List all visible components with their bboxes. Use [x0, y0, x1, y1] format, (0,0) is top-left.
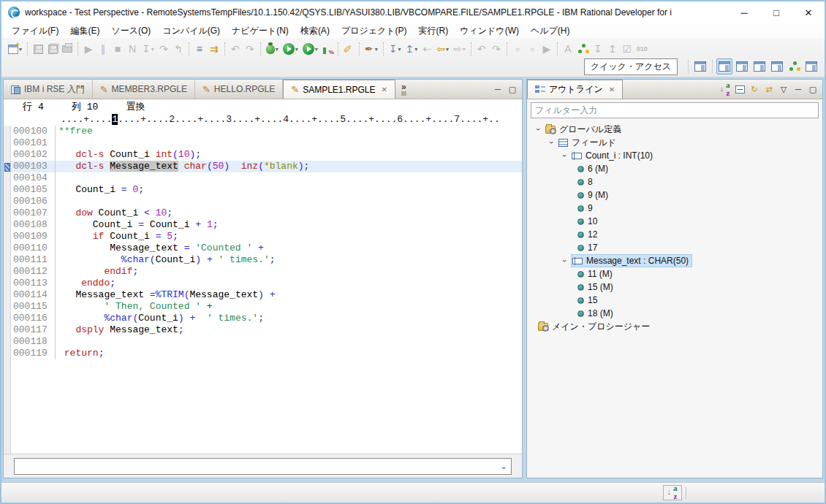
outline-node[interactable]: ›8: [527, 175, 822, 188]
highlight-button[interactable]: [341, 41, 356, 57]
menu-window[interactable]: ウィンドウ(W): [454, 23, 525, 39]
editor-tab-overflow[interactable]: »: [395, 80, 412, 99]
outline-view-menu-button[interactable]: ▽: [777, 83, 790, 95]
code-line[interactable]: 000112 endif;: [11, 266, 522, 278]
launch-pen-button[interactable]: ▾: [363, 41, 380, 57]
outline-filter-input[interactable]: [531, 102, 819, 118]
code-line[interactable]: 000111 %char(Count_i) + ' times.';: [11, 254, 522, 266]
editor-tab-hello-rpgle[interactable]: ✎HELLO.RPGLE: [195, 80, 283, 99]
code-line[interactable]: 000119 return;: [11, 348, 522, 359]
outline-close-icon[interactable]: ✕: [609, 85, 615, 93]
back-button[interactable]: ⇦▾: [434, 41, 451, 57]
step-into-dropdown-icon[interactable]: ▾: [151, 46, 154, 53]
expand-arrow-icon[interactable]: ›: [561, 255, 569, 267]
show-next-statement-button[interactable]: ≡: [192, 41, 207, 57]
coverage-button[interactable]: [320, 41, 335, 57]
code-line[interactable]: 000107 dow Count_i < 10;: [11, 207, 522, 219]
outline-node[interactable]: ›10: [527, 215, 822, 228]
code-line[interactable]: 000110 Message_text = 'Counted ' +: [11, 243, 522, 254]
minimize-button[interactable]: ─: [728, 1, 760, 23]
outline-maximize-button[interactable]: ▢: [806, 83, 819, 95]
code-line[interactable]: 000102 dcl-s Count_i int(10);: [11, 149, 522, 161]
menu-search[interactable]: 検索(A): [295, 23, 336, 39]
outline-node[interactable]: ›15 (M): [527, 280, 822, 294]
menu-source[interactable]: ソース(O): [105, 23, 156, 39]
outline-minimize-button[interactable]: ─: [792, 83, 805, 95]
code-area[interactable]: 000100**free000101000102 dcl-s Count_i i…: [11, 126, 522, 454]
outline-node[interactable]: ›17: [527, 241, 822, 254]
code-line[interactable]: 000118: [11, 336, 522, 348]
launch-pen-dropdown-icon[interactable]: ▾: [375, 46, 378, 53]
forward-dropdown-icon[interactable]: ▾: [463, 46, 466, 53]
code-line[interactable]: 000108 Count_i = Count_i + 1;: [11, 219, 522, 231]
code-line[interactable]: 000100**free: [11, 126, 522, 137]
run-service-button[interactable]: ▾: [300, 41, 320, 57]
editor-tab-member3-rpgle[interactable]: ✎MEMBER3.RPGLE: [93, 80, 195, 99]
new-wizard-button[interactable]: ▾: [6, 41, 24, 57]
menu-help[interactable]: ヘルプ(H): [525, 23, 576, 39]
menu-edit[interactable]: 編集(E): [64, 23, 105, 39]
outline-node[interactable]: ›メイン・プロシージャー: [527, 320, 822, 333]
push-to-client-button[interactable]: ↧▾: [387, 41, 403, 57]
editor-minimize-button[interactable]: ─: [491, 83, 504, 95]
outline-node[interactable]: ›6 (M): [527, 162, 822, 175]
code-line[interactable]: 000105 Count_i = 0;: [11, 184, 522, 196]
menu-navigate[interactable]: ナビゲート(N): [226, 23, 295, 39]
command-combo[interactable]: ⌄: [14, 458, 512, 475]
code-line[interactable]: 000116 %char(Count_i) + ' times.';: [11, 313, 522, 324]
outline-node[interactable]: ›グローバル定義: [527, 123, 822, 136]
code-line[interactable]: 000106: [11, 196, 522, 207]
collapse-all-button[interactable]: [733, 83, 746, 95]
code-line[interactable]: 000114 Message_text =%TRIM(Message_text)…: [11, 289, 522, 301]
expand-arrow-icon[interactable]: ›: [547, 137, 556, 148]
outline-node[interactable]: ›18 (M): [527, 307, 822, 320]
editor-tab-ibm-i-rse-[interactable]: IBM i RSE 入門: [4, 80, 93, 99]
maximize-button[interactable]: □: [760, 1, 792, 23]
run-dropdown-icon[interactable]: ▾: [295, 46, 298, 53]
push-to-client-dropdown-icon[interactable]: ▾: [398, 46, 401, 53]
editor-tab-sample1-rpgle[interactable]: ✎SAMPLE1.RPGLE✕: [283, 80, 395, 99]
code-line[interactable]: 000101: [11, 137, 522, 149]
perspective-6-button[interactable]: [803, 58, 819, 75]
menu-project[interactable]: プロジェクト(P): [336, 23, 413, 39]
command-input[interactable]: [15, 459, 496, 474]
statusbar-sort-button[interactable]: ↓: [663, 485, 682, 500]
outline-node[interactable]: ›9: [527, 202, 822, 215]
outline-node[interactable]: ›フィールド: [527, 136, 822, 149]
editor-maximize-button[interactable]: ▢: [506, 83, 519, 95]
perspective-table-button[interactable]: [734, 58, 750, 75]
outline-node[interactable]: ›Count_i : INT(10): [527, 149, 822, 162]
back-dropdown-icon[interactable]: ▾: [446, 46, 449, 53]
code-line[interactable]: 000103 dcl-s Message_text char(50) inz(*…: [11, 161, 522, 172]
use-step-filters-button[interactable]: ⇉: [207, 41, 221, 57]
expand-arrow-icon[interactable]: ›: [561, 150, 569, 161]
combo-chevron-icon[interactable]: ⌄: [496, 462, 511, 471]
outline-node[interactable]: ›9 (M): [527, 188, 822, 202]
outline-node[interactable]: ›12: [527, 228, 822, 241]
code-line[interactable]: 000104: [11, 172, 522, 184]
expand-arrow-icon[interactable]: ›: [534, 123, 543, 135]
tab-outline[interactable]: アウトライン ✕: [527, 80, 623, 99]
close-button[interactable]: ✕: [792, 1, 825, 23]
marker-strip[interactable]: [4, 126, 11, 454]
code-line[interactable]: 000109 if Count_i = 5;: [11, 231, 522, 243]
refresh-button[interactable]: ↻: [748, 83, 761, 95]
tab-close-icon[interactable]: ✕: [382, 85, 387, 93]
code-line[interactable]: 000115 ' Then, Counted ' +: [11, 301, 522, 313]
outline-node[interactable]: ›Message_text : CHAR(50): [527, 254, 822, 267]
run-service-dropdown-icon[interactable]: ▾: [315, 46, 318, 53]
debug-dropdown-icon[interactable]: ▾: [276, 46, 279, 53]
get-from-client-button[interactable]: ↥▾: [403, 41, 420, 57]
debug-button[interactable]: ▾: [264, 41, 281, 57]
perspective-3-button[interactable]: [751, 58, 768, 75]
menu-compile[interactable]: コンパイル(G): [156, 23, 226, 39]
get-from-client-dropdown-icon[interactable]: ▾: [414, 46, 417, 53]
menu-file[interactable]: ファイル(F): [6, 23, 64, 39]
run-button[interactable]: ▾: [281, 41, 300, 57]
open-perspective-button[interactable]: [692, 58, 708, 75]
outline-node[interactable]: ›15: [527, 294, 822, 307]
occurrence-marker-icon[interactable]: [4, 163, 10, 172]
code-line[interactable]: 000117 dsply Message_text;: [11, 324, 522, 336]
perspective-remote-systems-button[interactable]: [716, 58, 732, 75]
perspective-4-button[interactable]: [769, 58, 785, 75]
